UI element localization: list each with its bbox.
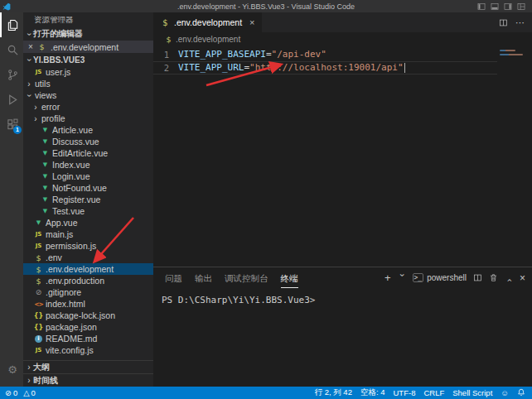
split-editor-icon[interactable] [499, 18, 508, 27]
chevron-right-icon: › [31, 114, 40, 123]
minimap-line-1 [500, 50, 515, 51]
code-line-1[interactable]: 1VITE_APP_BASEAPI="/api-dev" [153, 48, 497, 61]
code-editor[interactable]: 1VITE_APP_BASEAPI="/api-dev"2VITE_APP_UR… [153, 46, 532, 267]
tree-item-index.html[interactable]: <>index.html [23, 298, 153, 310]
outline-header[interactable]: › 大纲 [23, 360, 153, 373]
tree-item-user.js[interactable]: JSuser.js [23, 66, 153, 78]
file-tree: JSuser.js›utils›views›error›profile▼Arti… [23, 66, 153, 356]
run-debug-icon[interactable] [0, 87, 23, 112]
panel-tab-终端[interactable]: 终端 [281, 267, 298, 288]
tree-item-permission.js[interactable]: JSpermission.js [23, 240, 153, 252]
encoding[interactable]: UTF-8 [394, 388, 416, 397]
code-line-2[interactable]: 2VITE_APP_URL="http://localhost:19001/ap… [153, 61, 497, 75]
explorer-icon[interactable] [0, 12, 23, 37]
code-token: = [244, 61, 249, 75]
tree-item-Login.vue[interactable]: ▼Login.vue [23, 171, 153, 182]
bottom-panel: 问题输出调试控制台终端 + › >_ powershell › × [153, 267, 532, 387]
error-icon: ⊘ [5, 388, 12, 397]
tab-close-icon[interactable]: × [249, 17, 254, 27]
tree-item-vite.config.js[interactable]: JSvite.config.js [23, 344, 153, 356]
tree-item-Register.vue[interactable]: ▼Register.vue [23, 194, 153, 205]
sidebar-title: 资源管理器 [23, 12, 153, 27]
more-actions-icon[interactable]: ⋯ [515, 18, 525, 27]
project-root-header[interactable]: › YI.BBS.VUE3 [23, 53, 153, 66]
env-file-icon: $ [33, 253, 44, 262]
layout-controls [477, 2, 532, 11]
panel-tab-输出[interactable]: 输出 [195, 267, 212, 288]
file-name: package.json [46, 322, 97, 332]
tree-item-.env[interactable]: $.env [23, 252, 153, 263]
status-left: ⊘ 0 △ 0 [5, 388, 36, 397]
terminal-dropdown-chevron-icon[interactable]: › [397, 274, 406, 282]
tree-item-utils[interactable]: ›utils [23, 78, 153, 89]
tree-item-Discuss.vue[interactable]: ▼Discuss.vue [23, 136, 153, 147]
tree-item-package.json[interactable]: {}package.json [23, 321, 153, 333]
errors-indicator[interactable]: ⊘ 0 [5, 388, 17, 397]
warnings-count: 0 [31, 388, 36, 397]
file-name: main.js [46, 229, 73, 239]
panel-tabs: 问题输出调试控制台终端 [165, 267, 311, 288]
tree-item-.gitignore[interactable]: ⊘.gitignore [23, 286, 153, 298]
customize-layout-icon[interactable] [517, 2, 525, 11]
settings-gear-icon[interactable]: ⚙ [0, 357, 23, 382]
maximize-panel-icon[interactable]: › [504, 274, 513, 282]
close-editor-icon[interactable]: × [27, 42, 35, 51]
tree-item-Article.vue[interactable]: ▼Article.vue [23, 124, 153, 136]
panel-actions: + › >_ powershell › × [384, 272, 525, 283]
language-mode[interactable]: Shell Script [452, 388, 492, 397]
toggle-panel-icon[interactable] [491, 2, 499, 11]
open-editor-item[interactable]: × $ .env.development [23, 41, 153, 53]
tree-item-Test.vue[interactable]: ▼Test.vue [23, 205, 153, 217]
js-file-icon: JS [33, 243, 44, 249]
warnings-indicator[interactable]: △ 0 [23, 388, 36, 397]
new-terminal-icon[interactable]: + [384, 272, 391, 283]
tree-item-views[interactable]: ›views [23, 89, 153, 101]
indentation[interactable]: 空格: 4 [360, 387, 385, 398]
source-control-icon[interactable] [0, 62, 23, 87]
vue-file-icon: ▼ [40, 127, 51, 133]
terminal-tab-powershell[interactable]: >_ powershell [413, 273, 467, 282]
extensions-icon[interactable]: 1 [0, 112, 23, 137]
minimap[interactable] [500, 50, 530, 58]
open-editors-header[interactable]: › 打开的编辑器 [23, 27, 153, 41]
tree-item-EditArticle.vue[interactable]: ▼EditArticle.vue [23, 147, 153, 159]
close-panel-icon[interactable]: × [520, 273, 525, 283]
terminal-output[interactable]: PS D:\CSharp\Yi\Yi.BBS.Vue3> [153, 288, 532, 387]
feedback-smiley-icon[interactable]: ☺ [501, 388, 509, 397]
notifications-bell-icon[interactable] [517, 388, 525, 398]
vue-file-icon: ▼ [40, 196, 51, 203]
eol-indicator[interactable]: CRLF [423, 388, 444, 397]
vscode-logo-icon[interactable] [0, 2, 13, 11]
file-name: Test.vue [52, 206, 85, 216]
tree-item-NotFound.vue[interactable]: ▼NotFound.vue [23, 182, 153, 194]
cursor-position[interactable]: 行 2, 列 42 [315, 387, 352, 398]
panel-tab-调试控制台[interactable]: 调试控制台 [225, 267, 268, 288]
tree-item-README.md[interactable]: iREADME.md [23, 333, 153, 344]
tree-item-.env.development[interactable]: $.env.development [23, 263, 153, 275]
tree-item-profile[interactable]: ›profile [23, 113, 153, 124]
activity-bar: 1 ⚙ [0, 12, 23, 387]
chevron-right-icon: › [31, 103, 40, 112]
toggle-secondary-sidebar-icon[interactable] [504, 2, 512, 11]
errors-count: 0 [13, 388, 17, 397]
tree-item-App.vue[interactable]: ▼App.vue [23, 217, 153, 228]
toggle-primary-sidebar-icon[interactable] [477, 2, 486, 11]
panel-tab-问题[interactable]: 问题 [165, 267, 182, 288]
tree-item-main.js[interactable]: JSmain.js [23, 228, 153, 240]
split-terminal-icon[interactable] [473, 273, 482, 282]
chevron-right-icon: › [25, 376, 33, 385]
search-icon[interactable] [0, 37, 23, 62]
tree-item-package-lock.json[interactable]: {}package-lock.json [23, 310, 153, 321]
tree-item-error[interactable]: ›error [23, 101, 153, 113]
js-file-icon: JS [33, 231, 44, 238]
gear-glyph: ⚙ [7, 363, 17, 376]
code-lines: 1VITE_APP_BASEAPI="/api-dev"2VITE_APP_UR… [153, 48, 532, 75]
timeline-header[interactable]: › 时间线 [23, 373, 153, 387]
tree-item-Index.vue[interactable]: ▼Index.vue [23, 159, 153, 171]
file-name: vite.config.js [46, 345, 94, 355]
file-name: utils [35, 79, 51, 89]
breadcrumb[interactable]: $ .env.development [153, 32, 532, 46]
kill-terminal-icon[interactable] [489, 273, 498, 282]
tab-env-development[interactable]: $ .env.development × [153, 12, 262, 32]
tree-item-.env.production[interactable]: $.env.production [23, 275, 153, 286]
